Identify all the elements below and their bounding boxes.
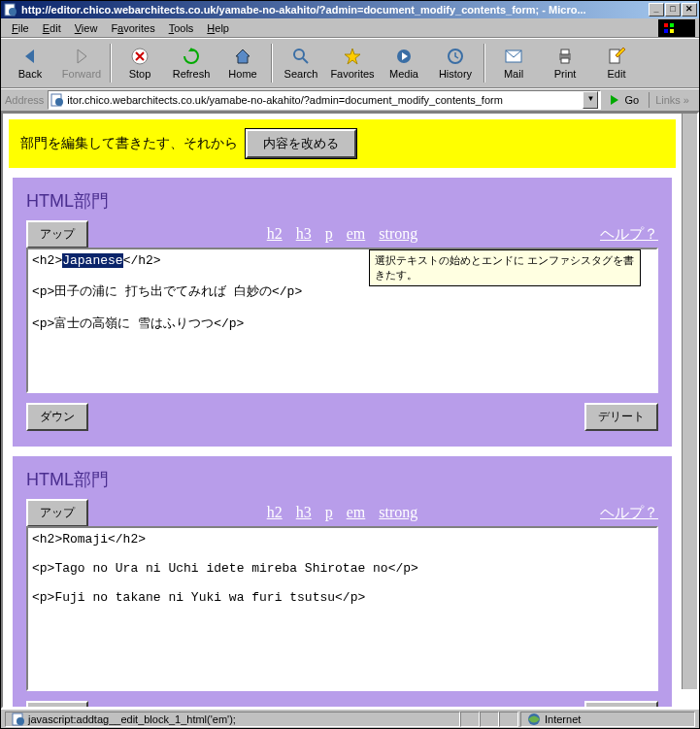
address-dropdown-button[interactable]: ▼ [583,91,598,109]
forward-button[interactable]: Forward [56,40,107,86]
mail-button[interactable]: Mail [488,40,539,86]
tag-strong-link[interactable]: strong [379,225,417,243]
svg-rect-14 [561,58,569,63]
svg-rect-13 [561,50,569,54]
html-textarea-2[interactable]: <h2>Romaji</h2> <p>Tago no Ura ni Uchi i… [26,526,658,691]
toolbar: Back Forward Stop Refresh Home Search Fa… [1,38,699,88]
refresh-icon [182,47,201,66]
move-down-button[interactable]: ダウン [26,701,88,709]
svg-rect-5 [670,29,674,33]
search-icon [291,47,311,66]
toolbar-separator [110,44,112,83]
tag-links: h2 h3 p em strong [267,504,418,521]
tag-links: h2 h3 p em strong [267,225,418,243]
go-button[interactable]: Go [605,91,643,109]
titlebar: http://editor.chico.webarchitects.co.uk/… [1,1,699,18]
print-icon [555,47,575,66]
maximize-button[interactable]: □ [665,3,681,17]
go-icon [609,93,622,107]
toolbar-separator [483,44,485,83]
status-text: javascript:addtag__edit_block_1_html('em… [5,712,460,727]
ie-page-icon [50,93,64,107]
security-zone: Internet [520,712,695,727]
svg-rect-3 [670,23,674,27]
internet-zone-icon [527,712,541,726]
tag-em-link[interactable]: em [347,225,366,243]
favorites-icon [343,47,362,66]
history-icon [446,47,465,66]
edit-block-1: HTML部門 アップ h2 h3 p em strong ヘルプ？ <h2>Ja… [13,178,672,447]
svg-rect-2 [664,23,668,27]
svg-rect-4 [664,29,668,33]
svg-line-8 [303,58,308,63]
close-button[interactable]: ✕ [682,3,697,17]
print-button[interactable]: Print [540,40,590,86]
tag-h2-link[interactable]: h2 [267,225,283,243]
browser-window: http://editor.chico.webarchitects.co.uk/… [0,0,700,729]
links-label[interactable]: Links » [649,92,695,108]
ie-page-icon [12,712,25,726]
vertical-scrollbar[interactable] [682,114,697,689]
menu-file[interactable]: File [5,20,36,36]
help-link[interactable]: ヘルプ？ [600,504,658,522]
delete-button[interactable]: デリート [584,403,658,431]
block-title: HTML部門 [26,468,658,491]
search-button[interactable]: Search [276,40,326,86]
media-icon [394,47,414,66]
minimize-button[interactable]: _ [649,3,664,17]
menu-view[interactable]: View [68,20,105,36]
submit-changes-button[interactable]: 内容を改める [246,129,356,158]
media-button[interactable]: Media [379,40,429,86]
tag-p-link[interactable]: p [325,504,333,521]
menu-favorites[interactable]: Favorites [104,20,161,36]
browser-viewport[interactable]: 部門を編集して書きたす、それから 内容を改める HTML部門 アップ h2 h3… [1,112,699,709]
notice-text: 部門を編集して書きたす、それから [20,135,238,152]
tag-em-link[interactable]: em [347,504,366,521]
delete-button[interactable]: デリート [584,701,658,709]
tag-h2-link[interactable]: h2 [267,504,283,521]
block-title: HTML部門 [26,189,658,213]
stop-button[interactable]: Stop [115,40,165,86]
ie-page-icon [3,2,18,17]
back-button[interactable]: Back [5,40,55,86]
address-bar: Address ▼ Go Links » [1,88,699,112]
history-button[interactable]: History [430,40,481,86]
address-label: Address [5,94,44,106]
status-pane-empty [460,712,480,727]
svg-point-17 [55,98,63,106]
notice-bar: 部門を編集して書きたす、それから 内容を改める [9,119,676,168]
mail-icon [504,47,523,66]
selected-text: Japanese [62,253,122,268]
address-input-wrap: ▼ [48,90,601,110]
home-icon [233,47,252,66]
toolbar-separator [271,44,273,83]
status-pane-empty [480,712,499,727]
refresh-button[interactable]: Refresh [166,40,217,86]
svg-point-7 [294,50,304,59]
tag-strong-link[interactable]: strong [379,504,417,521]
stop-icon [130,47,150,66]
move-down-button[interactable]: ダウン [26,403,88,431]
em-tooltip: 選択テキストの始めとエンドに エンファシスタグを書きたす。 [369,249,641,286]
status-pane-empty [499,712,518,727]
menu-edit[interactable]: Edit [36,20,68,36]
window-controls: _ □ ✕ [649,3,697,17]
menu-help[interactable]: Help [200,20,236,36]
move-up-button[interactable]: アップ [26,220,88,249]
edit-button[interactable]: Edit [591,40,642,86]
ie-logo [658,19,695,37]
tag-p-link[interactable]: p [325,225,333,243]
move-up-button[interactable]: アップ [26,499,88,527]
titlebar-text: http://editor.chico.webarchitects.co.uk/… [21,4,649,16]
edit-icon [607,47,626,66]
help-link[interactable]: ヘルプ？ [600,225,658,244]
favorites-button[interactable]: Favorites [327,40,378,86]
forward-icon [72,47,91,66]
status-bar: javascript:addtag__edit_block_1_html('em… [1,709,699,728]
tag-h3-link[interactable]: h3 [296,225,312,243]
menu-tools[interactable]: Tools [162,20,201,36]
svg-point-19 [17,717,24,725]
tag-h3-link[interactable]: h3 [296,504,312,521]
address-input[interactable] [67,94,583,106]
home-button[interactable]: Home [217,40,268,86]
